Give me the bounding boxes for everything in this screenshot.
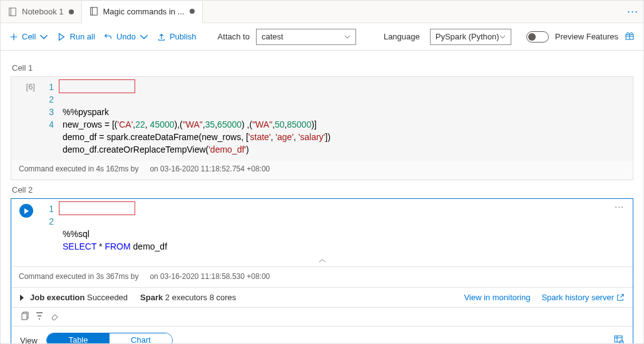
cells-container: Cell 1 [6] 1234 %%pyspark new_rows = [('… [1,51,643,344]
preview-features-group: Preview Features [526,31,635,43]
attach-to-group: Attach to catest [218,29,356,45]
svg-rect-0 [9,8,16,15]
chevron-down-icon [140,33,148,41]
unsaved-dot-icon [69,9,74,14]
preview-toggle[interactable] [526,31,549,43]
tab-magic-commands[interactable]: Magic commands in ... [82,1,203,23]
line-gutter: 1234 [41,81,63,156]
button-label: Cell [22,32,36,41]
plus-icon [9,33,18,41]
view-label: View [20,336,38,345]
play-icon [24,208,29,215]
language-select[interactable]: PySpark (Python) [430,29,511,45]
select-value: catest [262,32,284,41]
highlight-box [59,201,135,215]
view-table-tab[interactable]: Table [47,333,110,344]
view-in-monitoring-link[interactable]: View in monitoring [464,293,530,302]
upload-icon [157,33,166,41]
cell-2[interactable]: 12 %%sql SELECT * FROM demo_df ··· Comma… [11,198,633,344]
undo-button[interactable]: Undo [104,32,148,41]
highlight-box [59,79,135,93]
cell-1[interactable]: [6] 1234 %%pyspark new_rows = [('CA',22,… [11,76,633,180]
job-execution-label: Job execution [30,293,84,302]
code-lines[interactable]: %%pyspark new_rows = [('CA',22, 45000),(… [63,81,633,156]
tabs-overflow-icon[interactable]: ··· [627,5,638,18]
job-status: Succeeded [84,293,128,302]
button-label: Run all [69,32,95,41]
run-cell-col [11,203,41,253]
external-link-icon [616,294,624,301]
button-label: Publish [170,32,197,41]
preview-label: Preview Features [555,32,618,41]
publish-button[interactable]: Publish [157,32,197,41]
chevron-up-icon [319,259,326,263]
cell-1-code[interactable]: [6] 1234 %%pyspark new_rows = [('CA',22,… [11,77,633,161]
chevron-down-icon [39,33,48,41]
tab-label: Notebook 1 [22,7,64,16]
notebook-icon [89,7,98,16]
select-value: PySpark (Python) [436,32,499,41]
execution-count: [6] [11,81,41,156]
job-links: View in monitoring Spark history server [464,293,624,302]
expand-triangle-icon[interactable] [20,295,24,301]
run-all-button[interactable]: Run all [57,32,95,41]
view-segmented-control: Table Chart [46,333,173,344]
chevron-down-icon [499,35,506,39]
cell-2-code[interactable]: 12 %%sql SELECT * FROM demo_df ··· [11,199,633,258]
cell-actions-menu[interactable]: ··· [615,201,624,211]
attach-to-label: Attach to [218,32,250,41]
cell-1-status: Command executed in 4s 162ms byon 03-16-… [11,161,633,180]
spark-label: Spark [140,293,163,302]
cell-2-status: Command executed in 3s 367ms byon 03-16-… [11,266,633,287]
view-chart-tab[interactable]: Chart [110,333,172,344]
collapse-handle[interactable] [11,258,633,266]
chevron-down-icon [344,35,350,39]
play-icon [57,33,66,41]
tab-notebook-1[interactable]: Notebook 1 [1,1,82,23]
language-label: Language [384,32,420,41]
button-label: Undo [116,32,136,41]
copy-icon[interactable] [20,311,29,322]
job-execution-row: Job execution Succeeded Spark 2 executor… [11,287,633,307]
cell-2-label: Cell 2 [12,185,633,195]
run-cell-button[interactable] [19,204,33,218]
undo-icon [104,33,113,41]
cell-1-label: Cell 1 [12,63,633,73]
code-lines[interactable]: %%sql SELECT * FROM demo_df [63,203,633,253]
filter-icon[interactable] [35,311,44,322]
gift-icon [625,31,635,43]
table-settings-icon[interactable] [614,335,624,345]
spark-detail: 2 executors 8 cores [163,293,236,302]
svg-rect-2 [90,8,97,15]
toolbar: Cell Run all Undo Publish Attach to cate… [1,23,643,51]
svg-rect-5 [22,313,27,320]
notebook-icon [8,8,17,16]
editor-tabs: Notebook 1 Magic commands in ... ··· [1,1,643,23]
output-toolbar [11,307,633,326]
view-row: View Table Chart [11,326,633,344]
language-group: Language PySpark (Python) [384,29,511,45]
svg-rect-6 [615,336,622,342]
eraser-icon[interactable] [50,311,59,322]
line-gutter: 12 [41,203,63,253]
unsaved-dot-icon [190,9,195,14]
spark-history-link[interactable]: Spark history server [541,293,624,302]
attach-to-select[interactable]: catest [256,29,356,45]
tab-label: Magic commands in ... [103,7,185,16]
add-cell-button[interactable]: Cell [9,32,48,41]
